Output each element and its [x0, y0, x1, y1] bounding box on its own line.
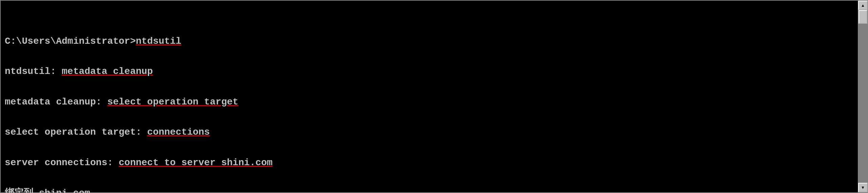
scrollbar-track	[859, 10, 867, 183]
command-text: ntdsutil	[136, 36, 181, 46]
terminal-line-line2: ntdsutil: metadata cleanup	[5, 64, 854, 79]
terminal-line-line4: select operation target: connections	[5, 125, 854, 140]
scrollbar-thumb[interactable]	[859, 10, 867, 24]
command-text: metadata cleanup	[62, 66, 153, 77]
terminal-line-line5: server connections: connect to server sh…	[5, 155, 854, 171]
terminal-output: C:\Users\Administrator>ntdsutil ntdsutil…	[1, 1, 858, 192]
terminal-line-line6: 绑定到 shini.com ...	[5, 186, 854, 193]
scrollbar[interactable]: ▲ ▼	[858, 1, 867, 192]
scrollbar-up-arrow[interactable]: ▲	[858, 1, 868, 10]
terminal-line-line3: metadata cleanup: select operation targe…	[5, 95, 854, 110]
command-text: connections	[147, 127, 210, 137]
terminal-window: C:\Users\Administrator>ntdsutil ntdsutil…	[0, 0, 868, 193]
scrollbar-down-arrow[interactable]: ▼	[858, 183, 868, 192]
terminal-line-line1: C:\Users\Administrator>ntdsutil	[5, 34, 854, 49]
prompt-text: metadata cleanup:	[5, 97, 107, 107]
prompt-text: ntdsutil:	[5, 66, 62, 77]
prompt-text: server connections:	[5, 157, 119, 168]
prompt-text: C:\Users\Administrator>	[5, 36, 136, 46]
prompt-text: 绑定到 shini.com ...	[5, 188, 113, 193]
command-text: connect to server shini.com	[119, 157, 273, 168]
prompt-text: select operation target:	[5, 127, 147, 137]
command-text: select operation target	[107, 97, 238, 107]
